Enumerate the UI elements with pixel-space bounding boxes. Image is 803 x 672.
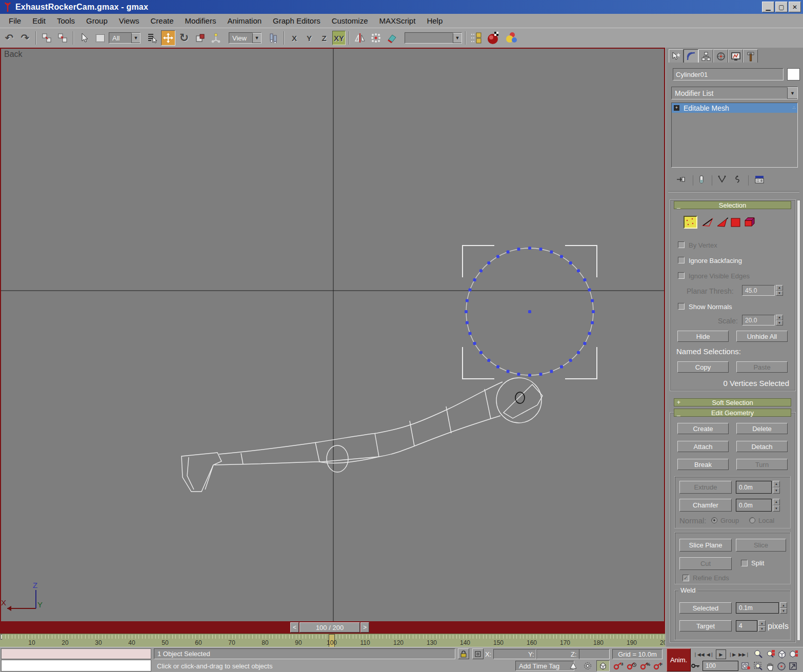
scale-spinner[interactable]: ▲▼ — [776, 315, 783, 325]
minimize-button[interactable]: ▁ — [762, 2, 774, 12]
menu-file[interactable]: File — [3, 15, 27, 26]
by-vertex-checkbox[interactable] — [678, 241, 685, 248]
chevron-down-icon[interactable]: ▼ — [252, 33, 261, 43]
selection-rollout-header[interactable]: _ Selection — [674, 201, 791, 209]
z-coordinate-field[interactable] — [579, 649, 610, 659]
absolute-offset-mode-icon[interactable] — [472, 648, 484, 659]
pan-hand-icon[interactable] — [765, 661, 776, 671]
named-selection-dropdown[interactable]: ▼ — [405, 32, 462, 44]
paste-button[interactable]: Paste — [736, 361, 788, 373]
extrude-spinner[interactable]: ▲▼ — [773, 481, 780, 494]
tab-create[interactable] — [669, 49, 684, 63]
render-scene-icon[interactable] — [485, 30, 501, 46]
subobject-polygon-button[interactable] — [731, 218, 741, 228]
tab-motion[interactable] — [713, 49, 728, 63]
hide-button[interactable]: Hide — [677, 331, 729, 342]
min-max-toggle-icon[interactable] — [788, 661, 799, 671]
planar-thresh-spinner[interactable]: ▲▼ — [776, 285, 783, 296]
restrict-y-button[interactable]: Y — [303, 31, 316, 45]
time-slider-handle[interactable]: 100 / 200 — [299, 622, 360, 633]
zoom-extents-icon[interactable] — [776, 649, 788, 659]
maxscript-mini-listener-white[interactable] — [1, 660, 151, 671]
align-icon[interactable] — [385, 30, 399, 46]
maxscript-mini-listener-pink[interactable] — [1, 648, 151, 659]
delete-button[interactable]: Delete — [736, 423, 788, 434]
slice-plane-button[interactable]: Slice Plane — [679, 539, 732, 552]
layer-manager-icon[interactable] — [469, 30, 484, 46]
menu-help[interactable]: Help — [421, 15, 448, 26]
title-bar[interactable]: ExhaustRockerCam.gmax - gmax ▁ ▢ ✕ — [0, 0, 803, 14]
unhide-all-button[interactable]: Unhide All — [736, 331, 788, 342]
detach-button[interactable]: Detach — [736, 441, 788, 452]
viewport-canvas[interactable]: X Z Y — [1, 49, 664, 621]
select-and-move-icon[interactable] — [161, 30, 175, 46]
menu-modifiers[interactable]: Modifiers — [179, 15, 222, 26]
manipulate-icon[interactable] — [209, 30, 223, 46]
key-filter-time-icon[interactable] — [626, 661, 638, 671]
selection-filter-dropdown[interactable]: All ▼ — [109, 32, 140, 44]
show-normals-checkbox[interactable] — [678, 303, 685, 310]
select-and-scale-icon[interactable] — [193, 30, 207, 46]
maximize-button[interactable]: ▢ — [775, 2, 788, 12]
weld-target-button[interactable]: Target — [679, 620, 732, 632]
use-pivot-center-icon[interactable] — [266, 30, 280, 46]
animate-button[interactable]: Anim. — [667, 648, 691, 671]
unlink-icon[interactable] — [55, 30, 70, 46]
selection-region-icon[interactable] — [93, 30, 107, 46]
select-and-rotate-icon[interactable]: ↻ — [177, 30, 191, 46]
planar-thresh-field[interactable]: 45.0 — [742, 285, 775, 296]
add-time-tag-field[interactable]: Add Time Tag — [515, 661, 574, 671]
remove-modifier-icon[interactable] — [734, 175, 741, 186]
mirror-icon[interactable] — [353, 30, 367, 46]
attach-button[interactable]: Attach — [677, 441, 729, 452]
keymode-toggle-icon[interactable] — [596, 660, 610, 671]
redo-icon[interactable]: ↷ — [18, 30, 32, 46]
chamfer-field[interactable]: 0.0m — [736, 499, 772, 512]
restrict-z-button[interactable]: Z — [317, 31, 331, 45]
close-button[interactable]: ✕ — [789, 2, 801, 12]
expand-box-icon[interactable]: + — [674, 105, 679, 111]
previous-frame-button[interactable]: ◀❘ — [706, 649, 714, 659]
key-filter-3-icon[interactable]: 3 — [612, 661, 625, 671]
slice-button[interactable]: Slice — [736, 539, 786, 552]
copy-button[interactable]: Copy — [677, 361, 729, 373]
set-key-icon[interactable] — [691, 661, 700, 670]
create-button[interactable]: Create — [677, 423, 729, 434]
chevron-down-icon[interactable]: ▼ — [453, 33, 461, 43]
turn-button[interactable]: Turn — [736, 459, 788, 470]
region-zoom-icon[interactable] — [753, 661, 764, 671]
go-to-start-button[interactable]: ❘◀◀ — [693, 649, 705, 659]
tab-utilities[interactable] — [743, 49, 758, 63]
arc-rotate-icon[interactable] — [776, 661, 787, 671]
normal-group-radio[interactable] — [711, 517, 717, 523]
selection-lock-icon[interactable] — [458, 648, 469, 659]
weld-selected-button[interactable]: Selected — [679, 602, 732, 614]
select-by-name-icon[interactable] — [145, 30, 159, 46]
key-filter-f-icon[interactable]: F — [652, 661, 665, 671]
zoom-icon[interactable] — [753, 649, 764, 659]
menu-animation[interactable]: Animation — [222, 15, 267, 26]
play-button[interactable]: ▶ — [716, 649, 726, 659]
restrict-x-button[interactable]: X — [288, 31, 301, 45]
next-frame-button[interactable]: ❘▶ — [728, 649, 736, 659]
chamfer-button[interactable]: Chamfer — [679, 499, 732, 512]
refine-ends-checkbox[interactable]: ✓ — [682, 575, 689, 581]
time-slider-next-button[interactable]: > — [360, 622, 369, 633]
menu-graph-editors[interactable]: Graph Editors — [267, 15, 326, 26]
viewport-back[interactable]: Back — [0, 48, 665, 621]
subobject-face-button[interactable] — [716, 217, 728, 230]
zoom-extents-all-icon[interactable] — [788, 649, 799, 659]
current-frame-field[interactable]: 100 — [702, 661, 738, 671]
weld-target-field[interactable]: 4 — [736, 620, 757, 632]
zoom-all-icon[interactable] — [765, 649, 776, 659]
reference-coordinate-dropdown[interactable]: View ▼ — [229, 32, 262, 44]
tab-display[interactable] — [728, 49, 743, 63]
modifier-list-dropdown[interactable]: Modifier List ▼ — [671, 87, 798, 99]
key-filter-percent-icon[interactable]: % — [639, 661, 651, 671]
stack-item-editable-mesh[interactable]: + Editable Mesh ∴ — [672, 103, 797, 113]
edit-geometry-rollout-header[interactable]: _ Edit Geometry — [674, 409, 791, 417]
track-bar[interactable]: 1020304050607080901001101201301401501601… — [0, 634, 665, 647]
pin-stack-icon[interactable] — [676, 175, 686, 186]
chevron-down-icon[interactable]: ▼ — [787, 87, 797, 99]
object-color-swatch[interactable] — [787, 68, 800, 80]
